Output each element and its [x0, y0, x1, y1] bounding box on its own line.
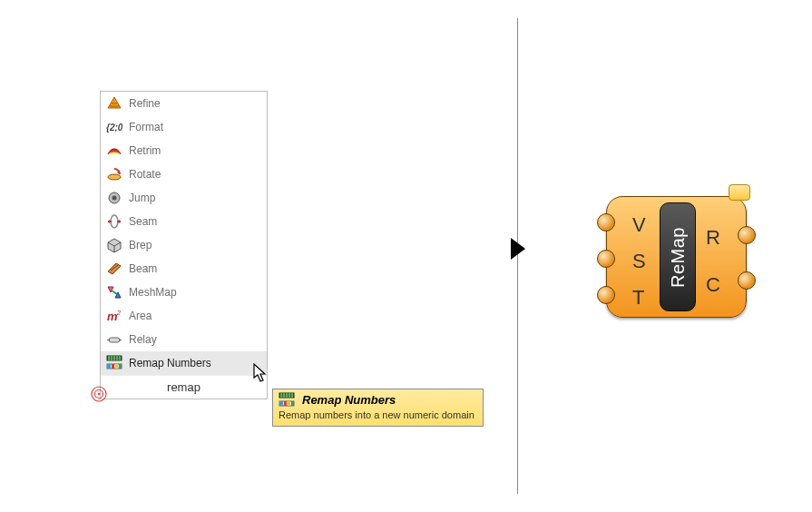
suggestion-label: Beam	[129, 262, 261, 275]
svg-rect-32	[115, 364, 118, 369]
input-port-T[interactable]	[597, 286, 615, 304]
svg-rect-31	[112, 364, 114, 369]
suggestion-label: Remap Numbers	[129, 357, 261, 369]
input-port-S[interactable]	[597, 250, 615, 268]
svg-point-7	[113, 196, 117, 201]
svg-point-8	[111, 215, 118, 228]
suggestion-label: Area	[129, 310, 261, 322]
input-label-T: T	[632, 288, 644, 308]
suggestion-seam[interactable]: Seam	[101, 210, 267, 233]
remap-icon	[279, 392, 295, 407]
tooltip-description: Remap numbers into a new numeric domain	[279, 409, 477, 420]
suggestion-label: Refine	[129, 97, 261, 110]
component-name: ReMap	[668, 227, 689, 288]
remap-icon	[106, 355, 122, 371]
search-input[interactable]	[101, 380, 267, 394]
output-port-C[interactable]	[738, 271, 756, 290]
meshmap-icon	[106, 284, 122, 300]
component-tab-icon	[729, 184, 750, 201]
suggestion-label: Format	[129, 121, 261, 133]
suggestion-jump[interactable]: Jump	[101, 186, 267, 210]
svg-rect-33	[119, 364, 122, 369]
svg-rect-46	[288, 401, 290, 406]
input-label-S: S	[632, 251, 646, 271]
svg-rect-20	[109, 338, 120, 342]
component-search-panel: Refine {2;0} Format Retrim Rotate Jump S…	[100, 91, 268, 399]
output-label-R: R	[706, 228, 720, 248]
svg-text:{2;0}: {2;0}	[106, 123, 122, 133]
seam-icon	[106, 213, 122, 230]
svg-rect-44	[279, 401, 283, 406]
svg-rect-45	[284, 401, 287, 406]
svg-rect-30	[107, 364, 111, 369]
suggestion-relay[interactable]: Relay	[101, 328, 267, 351]
suggestion-label: Rotate	[129, 168, 261, 181]
svg-point-36	[98, 393, 101, 396]
rotate-icon	[106, 166, 122, 182]
divider-arrow-icon	[511, 238, 525, 260]
canvas-target-marker	[91, 386, 107, 402]
svg-text:2: 2	[116, 310, 121, 316]
suggestion-retrim[interactable]: Retrim	[101, 139, 267, 162]
tooltip: Remap Numbers Remap numbers into a new n…	[272, 389, 484, 427]
remap-component[interactable]: V S T R C ReMap	[606, 196, 747, 318]
refine-icon	[106, 95, 122, 112]
beam-icon	[106, 261, 122, 277]
suggestion-label: Brep	[129, 239, 261, 251]
suggestion-refine[interactable]: Refine	[101, 92, 267, 115]
output-label-C: C	[706, 275, 720, 295]
suggestion-label: Relay	[129, 333, 261, 346]
suggestion-area[interactable]: m2 Area	[101, 304, 267, 328]
input-label-V: V	[632, 215, 646, 235]
suggestion-label: MeshMap	[129, 286, 261, 299]
retrim-icon	[106, 143, 122, 159]
jump-icon	[106, 190, 122, 206]
brep-icon	[106, 237, 122, 253]
suggestion-rotate[interactable]: Rotate	[101, 162, 267, 186]
component-core: ReMap	[660, 202, 696, 311]
suggestion-meshmap[interactable]: MeshMap	[101, 281, 267, 304]
suggestion-remap-numbers[interactable]: Remap Numbers	[101, 351, 267, 375]
suggestion-label: Retrim	[129, 144, 261, 157]
svg-rect-47	[291, 401, 294, 406]
area-icon: m2	[106, 308, 122, 324]
output-port-R[interactable]	[738, 226, 756, 244]
input-port-V[interactable]	[597, 213, 615, 231]
format-icon: {2;0}	[106, 119, 122, 135]
suggestion-beam[interactable]: Beam	[101, 257, 267, 281]
tooltip-title: Remap Numbers	[302, 393, 396, 407]
suggestion-format[interactable]: {2;0} Format	[101, 115, 267, 139]
svg-point-4	[108, 174, 121, 180]
suggestion-label: Seam	[129, 215, 261, 228]
suggestion-brep[interactable]: Brep	[101, 233, 267, 257]
relay-icon	[106, 331, 122, 348]
suggestion-label: Jump	[129, 192, 261, 204]
search-row	[101, 375, 267, 399]
